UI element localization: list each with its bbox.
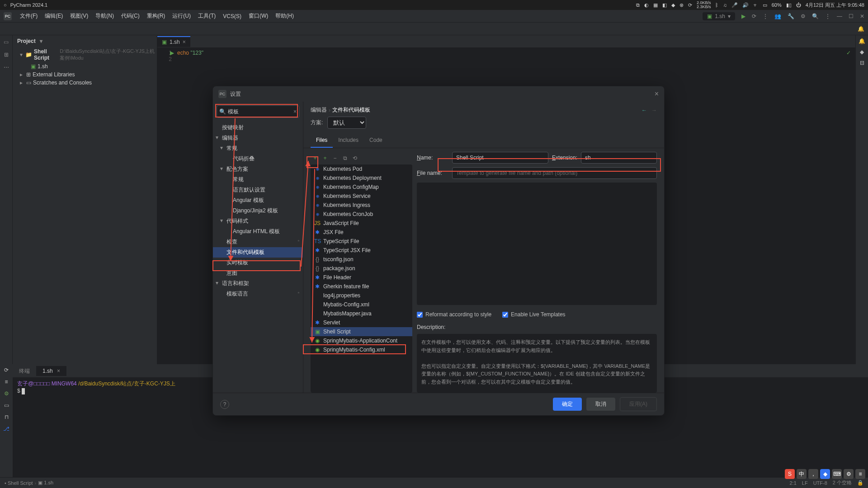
terminal-icon[interactable]: ▭ [4,402,9,408]
indent[interactable]: 2 个空格 [833,479,852,486]
settings-icon[interactable]: ⚙ [4,390,9,397]
nav-keymap[interactable]: 按键映射 [213,122,303,133]
notification-icon[interactable]: 🔔 [858,26,864,32]
ime-keyboard-icon[interactable]: ⌨ [832,469,842,479]
cancel-button[interactable]: 取消 [586,398,615,411]
headphones-icon[interactable]: ♫ [723,2,726,8]
menu-nav[interactable]: 导航(N) [92,10,118,22]
ime-tool-icon[interactable]: ◆ [820,469,830,479]
close-tab-icon[interactable]: × [183,39,186,45]
template-list[interactable]: ⎈Kubernetes Pod⎈Kubernetes Deployment⎈Ku… [311,164,412,393]
wrench-icon[interactable]: 🔧 [788,13,794,19]
ime-settings-icon[interactable]: ⚙ [844,469,854,479]
scratches-node[interactable]: ▸▭ Scratches and Consoles [18,79,157,87]
project-root[interactable]: ▾📁 Shell Script D:\BaiduSyncdisk\站点\玄子-K… [18,47,157,62]
template-item[interactable]: ⎈Kubernetes Pod [311,164,412,174]
clear-search-icon[interactable]: × [293,108,297,115]
ok-button[interactable]: 确定 [553,398,582,411]
nav-django-tmpl[interactable]: Django/Jinja2 模板 [213,206,303,216]
template-item[interactable]: MybatisMapper.java [311,309,412,318]
apply-button[interactable]: 应用(A) [620,397,657,411]
sogou-icon[interactable]: S [785,469,795,479]
structure-tool-icon[interactable]: ⊞ [2,51,10,59]
settings-icon[interactable]: ⚙ [801,13,806,19]
menu-view[interactable]: 视图(V) [66,10,92,22]
template-item[interactable]: ✱JSX File [311,228,412,237]
nav-lang-frameworks[interactable]: ▾语言和框架 [213,278,303,289]
db-tool-icon[interactable]: ⊟ [860,60,864,66]
nav-lang-defaults[interactable]: 语言默认设置 [213,185,303,195]
close-dialog-icon[interactable]: × [655,90,659,98]
template-item[interactable]: ⎈Kubernetes CronJob [311,210,412,219]
external-libraries[interactable]: ▸⊞ External Libraries [18,70,157,79]
chevron-down-icon[interactable]: ▾ [40,38,42,44]
menu-window[interactable]: 窗口(W) [245,10,272,22]
git-icon[interactable]: ⎇ [3,426,9,432]
maximize-icon[interactable]: ☐ [849,13,854,19]
reformat-checkbox[interactable]: Reformat according to style [417,311,491,318]
template-item[interactable]: Mybatis-Config.xml [311,300,412,309]
template-item[interactable]: ◉SpringMybatis-ApplicationCont [311,336,412,345]
template-item[interactable]: TSTypeScript File [311,237,412,246]
template-filename-input[interactable] [452,167,657,179]
run-button[interactable]: ▶ [741,13,745,19]
nav-inspections[interactable]: 检查▫ [213,237,303,247]
live-templates-checkbox[interactable]: Enable Live Templates [502,311,566,318]
template-item[interactable]: {}tsconfig.json [311,255,412,264]
menu-file[interactable]: 文件(F) [16,10,41,22]
line-ending[interactable]: LF [802,480,808,486]
template-item[interactable]: ⎈Kubernetes Deployment [311,174,412,183]
template-ext-input[interactable] [581,152,657,164]
template-item[interactable]: ✱TypeScript JSX File [311,246,412,255]
nav-live-templates[interactable]: 实时模板 [213,258,303,268]
reset-template-button[interactable]: ⟲ [350,154,359,163]
close-icon[interactable]: ✕ [860,13,864,19]
inspection-ok-icon[interactable]: ✓ [846,50,851,56]
template-name-input[interactable] [452,152,548,164]
tray-icon[interactable]: ◆ [671,2,675,8]
battery-icon[interactable]: ▮▯ [786,2,792,8]
tray-icon[interactable]: ◧ [662,2,667,8]
template-item[interactable]: ⎈Kubernetes Ingress [311,201,412,210]
display-icon[interactable]: ▭ [763,2,767,8]
more-icon[interactable]: ⋮ [825,13,830,19]
search-icon[interactable]: 🔍 [812,13,819,19]
menu-code[interactable]: 代码(C) [118,10,143,22]
mic-icon[interactable]: 🎤 [731,2,738,8]
add-template-button[interactable]: + [311,154,320,163]
menu-edit[interactable]: 编辑(E) [41,10,66,22]
debug-button[interactable]: ⟳ [752,13,756,19]
remove-template-button[interactable]: − [330,154,340,163]
nav-file-templates[interactable]: 文件和代码模板 [213,247,303,258]
add-child-button[interactable]: + [321,154,330,163]
template-item[interactable]: ✱Gherkin feature file [311,282,412,291]
collab-icon[interactable]: 👥 [774,13,781,19]
tool-icon[interactable]: ≡ [5,379,8,385]
more-button[interactable]: ⋮ [763,13,768,19]
tab-files[interactable]: Files [311,133,333,148]
tab-code[interactable]: Code [364,133,388,148]
caret-position[interactable]: 2:1 [790,480,797,486]
tray-icon[interactable]: ⧉ [636,2,640,8]
tool-icon[interactable]: ⟳ [4,367,9,373]
forward-icon[interactable]: → [651,107,657,113]
menu-vcs[interactable]: VCS(S) [219,11,245,21]
ime-lang-icon[interactable]: 中 [797,469,807,479]
ime-punct-icon[interactable]: ， [808,469,818,479]
template-item[interactable]: ✱File Header [311,273,412,282]
tray-icon[interactable]: ⟳ [688,2,692,8]
nav-template-lang[interactable]: 模板语言▫ [213,289,303,299]
nav-angular-html[interactable]: Angular HTML 模板 [213,226,303,237]
wifi-icon[interactable]: ᯤ [753,2,758,8]
close-icon[interactable]: × [57,368,60,374]
ime-more-icon[interactable]: ≡ [855,469,865,479]
nav-intentions[interactable]: 意图 [213,268,303,278]
nav-angular-tmpl[interactable]: Angular 模板 [213,195,303,206]
tab-includes[interactable]: Includes [333,133,364,148]
scheme-select[interactable]: 默认 [327,117,366,129]
nav-editor[interactable]: ▾编辑器 [213,133,303,143]
breadcrumb[interactable]: • Shell Script [5,480,33,486]
breadcrumb[interactable]: 编辑器 [311,106,327,114]
tray-icon[interactable]: ◐ [644,2,649,8]
template-item[interactable]: log4j.properties [311,291,412,300]
